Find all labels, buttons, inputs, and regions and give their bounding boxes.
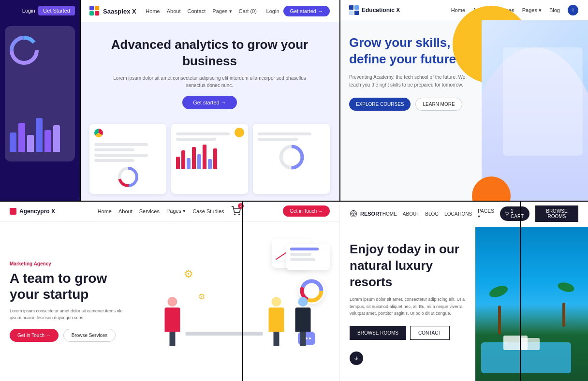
edu-nav-blog[interactable]: Blog: [549, 7, 560, 13]
laptop-shape: [503, 47, 583, 156]
saasplex-logo: Saasplex X: [89, 6, 136, 16]
line-6: [176, 138, 216, 141]
svg-rect-12: [349, 5, 353, 10]
float-lines-card: [286, 244, 330, 270]
agency-touch-button[interactable]: Get in Touch →: [10, 329, 59, 342]
agency-nav-about[interactable]: About: [118, 208, 132, 214]
palm-trunk-1: [498, 306, 501, 335]
dashboard-card-1: [89, 124, 166, 194]
resort-content: Enjoy today in our natural luxury resort…: [340, 227, 588, 381]
nav-contact[interactable]: Contact: [187, 8, 206, 14]
resort-nav-pages[interactable]: PAGES ▾: [478, 208, 494, 219]
edu-learn-button[interactable]: LEARN MORE: [415, 98, 462, 111]
svg-point-22: [508, 215, 508, 216]
agency-cta-button[interactable]: Get in Touch →: [283, 205, 330, 217]
saasplex-logo-icon: [89, 6, 100, 16]
scroll-indicator: [350, 352, 466, 365]
line-5: [176, 132, 230, 135]
large-donut: [277, 143, 306, 172]
saasplex-hero-desc: Lorem ipsum dolor sit amet consectetur a…: [109, 74, 310, 89]
svg-point-21: [506, 215, 507, 216]
agency-logo-icon: [10, 208, 16, 215]
people-illustration: [159, 297, 316, 374]
card-lines-2: [176, 132, 243, 141]
line-7: [258, 132, 311, 135]
line-2: [94, 148, 134, 151]
nav-about[interactable]: About: [167, 8, 181, 14]
palm-trunk-2: [562, 303, 565, 327]
bar-chart-mini: [176, 145, 243, 169]
resort-browse-button[interactable]: BROWSE ROOMS: [350, 326, 406, 340]
cell-purple-partial: Login Get Started: [0, 0, 80, 201]
svg-rect-5: [89, 11, 94, 15]
saasplex-section: Saasplex X Home About Contact Pages ▾ Ca…: [80, 0, 339, 201]
resort-cart-text: 1 CART: [511, 208, 525, 219]
horizontal-separator: [0, 201, 588, 202]
nav-pages[interactable]: Pages ▾: [212, 8, 232, 15]
resort-text: Enjoy today in our natural luxury resort…: [340, 227, 475, 381]
agency-hero-desc: Lorem ipsum consectetur amet dolor sit c…: [10, 308, 126, 322]
resort-cart[interactable]: 1 CART: [500, 206, 529, 221]
agency-buttons: Get in Touch → Browse Services: [10, 329, 126, 342]
svg-rect-4: [95, 6, 99, 10]
line-4: [94, 159, 134, 162]
person-3: [290, 297, 316, 374]
agency-nav-pages[interactable]: Pages ▾: [166, 208, 186, 214]
resort-nav-blog[interactable]: BLOG: [425, 211, 439, 217]
resort-logo-icon: [350, 210, 357, 218]
saasplex-hero: Advanced analytics to grow your business…: [80, 22, 339, 114]
resort-nav-locations[interactable]: LOCATIONS: [444, 211, 472, 217]
resort-logo-text: RESORT: [360, 211, 382, 217]
agency-cart-icon[interactable]: 2: [231, 206, 241, 217]
resort-section: RESORT HOME ABOUT BLOG LOCATIONS PAGES ▾…: [339, 201, 588, 381]
body-3: [295, 308, 310, 332]
nav-home[interactable]: Home: [146, 8, 160, 14]
edu-content: Grow your skills, define your future Pre…: [339, 20, 588, 201]
avatar-icon: [235, 128, 244, 137]
edu-photo: [482, 20, 588, 201]
agency-nav-case[interactable]: Case Studies: [192, 208, 224, 214]
float-line-3: [290, 258, 315, 261]
agency-logo-text: Agencypro X: [19, 208, 55, 215]
edu-nav-home[interactable]: Home: [451, 7, 465, 13]
scroll-arrow: [353, 355, 359, 361]
svg-point-16: [234, 214, 235, 215]
agency-logo: Agencypro X: [10, 208, 55, 215]
float-line-1: [290, 248, 319, 250]
resort-nav-links: HOME ABOUT BLOG LOCATIONS PAGES ▾ 1 CART…: [382, 205, 578, 222]
agency-nav-services[interactable]: Services: [139, 208, 160, 214]
body-2: [268, 308, 284, 332]
resort-browse-nav-button[interactable]: BROWSE ROOMS: [535, 205, 578, 222]
resort-contact-button[interactable]: CONTACT: [410, 326, 450, 340]
agency-text: Marketing Agency A team to grow your sta…: [0, 251, 135, 352]
float-line-2: [290, 253, 311, 256]
svg-rect-13: [354, 5, 359, 10]
dashboard-card-2: [171, 124, 248, 194]
agency-services-button[interactable]: Browse Services: [63, 329, 116, 342]
vertical-separator-3: [242, 201, 243, 381]
edu-buttons: EXPLORE COURSES LEARN MORE: [349, 98, 472, 111]
edu-explore-button[interactable]: EXPLORE COURSES: [349, 98, 411, 111]
saasplex-login-button[interactable]: Login: [266, 8, 279, 14]
vertical-separator-2: [339, 0, 340, 201]
nav-cart[interactable]: Cart (0): [239, 8, 257, 14]
get-started-button[interactable]: Get Started: [38, 6, 75, 15]
login-button[interactable]: Login: [22, 6, 35, 15]
resort-nav-home[interactable]: HOME: [382, 211, 397, 217]
saasplex-hero-title: Advanced analytics to grow your business: [109, 37, 310, 70]
edu-logo-text: Educationic X: [362, 7, 400, 14]
resort-nav-about[interactable]: ABOUT: [403, 211, 419, 217]
edu-nav-pages[interactable]: Pages ▾: [522, 7, 542, 14]
resort-navbar: RESORT HOME ABOUT BLOG LOCATIONS PAGES ▾…: [340, 201, 588, 227]
mini-donut: [116, 165, 140, 189]
saasplex-hero-cta[interactable]: Get started →: [182, 96, 236, 109]
legs-3: [300, 332, 306, 346]
agency-nav-links: Home About Services Pages ▾ Case Studies…: [98, 206, 241, 217]
saasplex-get-started-button[interactable]: Get started →: [283, 6, 330, 16]
body-1: [164, 308, 180, 332]
head-2: [271, 297, 281, 307]
edu-user-icon[interactable]: i: [568, 5, 578, 15]
resort-hero-desc: Lorem ipsum dolor sit amet, consectetur …: [350, 296, 466, 317]
agency-nav-home[interactable]: Home: [98, 208, 112, 214]
edu-hero-desc: Preventing Academy, the tech school of t…: [349, 73, 472, 89]
